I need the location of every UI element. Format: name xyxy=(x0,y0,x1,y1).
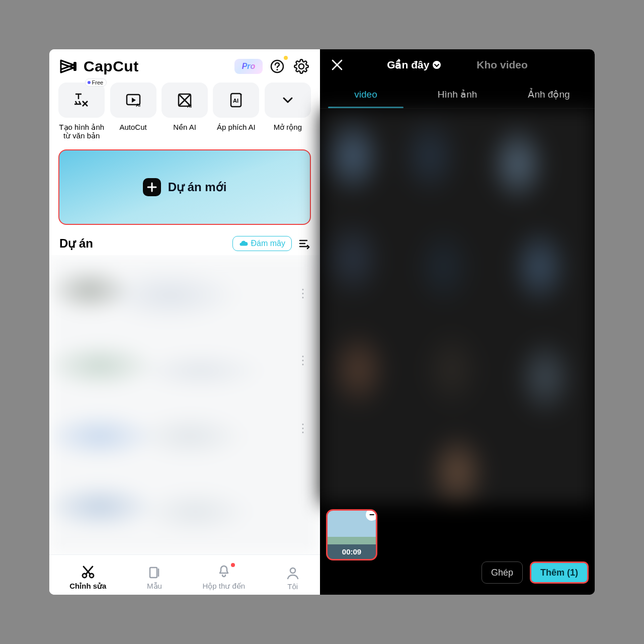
clip-duration: 00:09 xyxy=(342,547,361,556)
bottom-tabbar: Chỉnh sửa Mẫu Hộp thư đến Tôi xyxy=(49,554,320,595)
sort-button[interactable] xyxy=(298,237,310,250)
project-list[interactable]: ⋮ ⋮ ⋮ xyxy=(49,255,320,555)
svg-text:AI: AI xyxy=(187,104,192,109)
tab-gif[interactable]: Ảnh động xyxy=(503,80,595,108)
media-grid[interactable] xyxy=(320,109,595,504)
merge-button[interactable]: Ghép xyxy=(481,561,523,584)
picker-header: Gần đây Kho video xyxy=(320,49,595,80)
help-icon xyxy=(270,59,285,74)
svg-point-13 xyxy=(433,61,441,69)
tool-text-to-image[interactable]: Free Tạo hình ảnh từ văn bản xyxy=(58,83,105,140)
tool-ai-poster[interactable]: AI Áp phích AI xyxy=(213,83,259,140)
tab-video[interactable]: video xyxy=(320,80,412,108)
sort-icon xyxy=(298,237,310,250)
capcut-logo-icon xyxy=(58,56,78,76)
ai-poster-icon: AI xyxy=(227,92,245,109)
home-header: CapCut Pro xyxy=(49,49,320,80)
svg-point-12 xyxy=(290,568,295,573)
project-item-more[interactable]: ⋮ xyxy=(297,353,309,367)
plus-icon xyxy=(143,178,161,196)
scissors-icon xyxy=(80,565,96,580)
selected-clip-thumb[interactable]: − 00:09 xyxy=(326,509,377,560)
project-item-more[interactable]: ⋮ xyxy=(297,286,309,300)
autocut-icon: AI xyxy=(125,92,142,109)
templates-icon xyxy=(147,566,162,580)
tool-label: Áp phích AI xyxy=(217,123,256,131)
cloud-button[interactable]: Đám mây xyxy=(232,236,292,251)
tool-ai-background[interactable]: AI Nền AI xyxy=(162,83,208,140)
close-button[interactable] xyxy=(328,56,346,74)
tab-me[interactable]: Tôi xyxy=(286,566,300,591)
tab-templates[interactable]: Mẫu xyxy=(147,566,162,591)
media-picker-panel: Gần đây Kho video video Hình ảnh Ảnh độn… xyxy=(320,49,595,595)
svg-rect-11 xyxy=(150,568,157,578)
tool-expand[interactable]: Mở rộng xyxy=(265,83,311,140)
remove-clip-button[interactable]: − xyxy=(366,509,377,521)
tool-label: Nền AI xyxy=(173,123,196,131)
tool-label: Mở rộng xyxy=(274,123,302,131)
brand-text: CapCut xyxy=(84,58,139,75)
cloud-icon xyxy=(239,239,248,248)
capcut-logo: CapCut xyxy=(58,56,139,76)
projects-heading: Dự án xyxy=(59,236,226,251)
source-library[interactable]: Kho video xyxy=(476,59,528,71)
tool-autocut[interactable]: AI AutoCut xyxy=(110,83,156,140)
close-icon xyxy=(331,58,344,71)
pro-badge[interactable]: Pro xyxy=(234,59,263,74)
svg-text:AI: AI xyxy=(233,98,238,104)
bell-icon xyxy=(217,564,231,578)
help-notification-dot xyxy=(284,56,288,60)
source-recent[interactable]: Gần đây xyxy=(387,59,441,71)
svg-rect-0 xyxy=(73,62,76,71)
chevron-down-icon xyxy=(281,93,295,107)
svg-point-2 xyxy=(276,69,278,70)
capcut-home-panel: CapCut Pro Free xyxy=(49,49,320,595)
projects-header: Dự án Đám mây xyxy=(49,225,320,255)
tab-inbox[interactable]: Hộp thư đến xyxy=(202,564,245,591)
help-button[interactable] xyxy=(268,57,287,76)
chevron-down-icon xyxy=(432,60,441,69)
gear-icon xyxy=(294,59,309,74)
add-button[interactable]: Thêm (1) xyxy=(530,561,589,584)
text-to-image-icon xyxy=(72,91,91,109)
project-item-more[interactable]: ⋮ xyxy=(297,421,309,435)
profile-icon xyxy=(286,566,300,580)
new-project-button[interactable]: Dự án mới xyxy=(58,149,311,225)
tab-edit[interactable]: Chỉnh sửa xyxy=(69,565,106,591)
ai-bg-icon: AI xyxy=(176,92,193,109)
tool-shortcuts: Free Tạo hình ảnh từ văn bản AI AutoCut … xyxy=(49,80,320,140)
picker-bottom-bar: − 00:09 Ghép Thêm (1) xyxy=(320,504,595,595)
tool-label: Tạo hình ảnh từ văn bản xyxy=(58,123,105,140)
tab-image[interactable]: Hình ảnh xyxy=(412,80,503,108)
media-type-tabs: video Hình ảnh Ảnh động xyxy=(320,80,595,109)
settings-button[interactable] xyxy=(292,57,311,76)
svg-text:AI: AI xyxy=(136,103,140,108)
new-project-label: Dự án mới xyxy=(168,180,227,194)
free-badge: Free xyxy=(85,78,107,87)
tool-label: AutoCut xyxy=(120,123,147,131)
